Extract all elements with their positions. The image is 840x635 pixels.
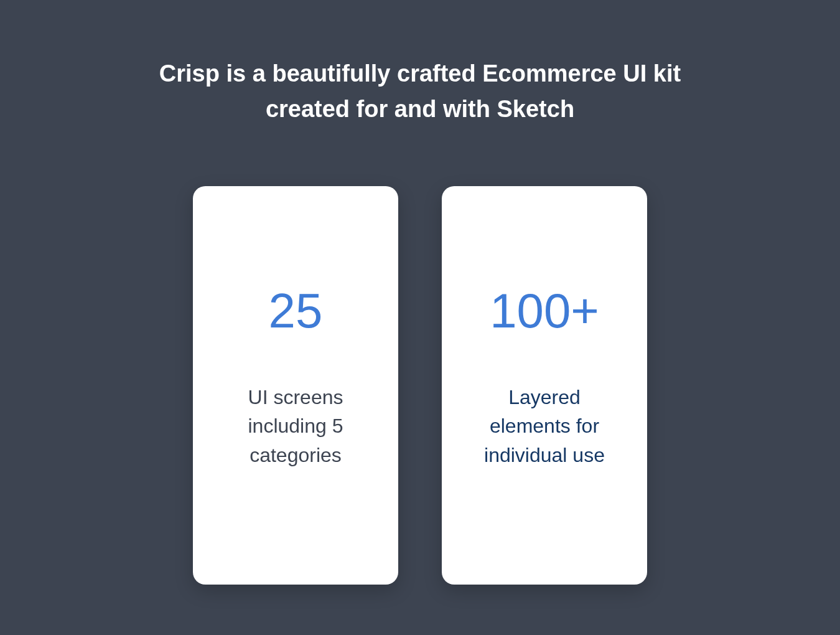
stat-description: Layered elements for individual use <box>467 383 622 469</box>
stat-card-elements: 100+ Layered elements for individual use <box>442 186 647 585</box>
stat-number: 25 <box>269 283 323 339</box>
page-heading: Crisp is a beautifully crafted Ecommerce… <box>140 56 700 127</box>
stat-card-screens: 25 UI screens including 5 categories <box>193 186 398 585</box>
cards-container: 25 UI screens including 5 categories 100… <box>193 186 647 585</box>
stat-description: UI screens including 5 categories <box>218 383 373 469</box>
stat-number: 100+ <box>490 283 599 339</box>
